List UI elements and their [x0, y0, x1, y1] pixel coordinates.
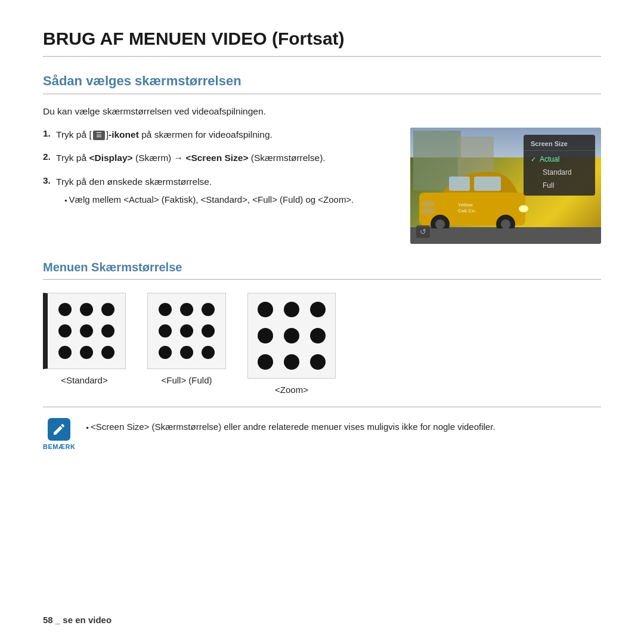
dot-large [284, 328, 299, 343]
note-text: <Screen Size> (Skærmstørrelse) eller and… [86, 418, 495, 434]
dot [180, 324, 193, 338]
dot-grid-zoom [247, 293, 336, 379]
back-arrow: ↺ [416, 225, 430, 238]
svg-rect-8 [422, 202, 434, 206]
menu-icon: ☰ [93, 131, 105, 140]
steps-and-image-section: 1. Tryk på [☰]-ikonet på skærmen for vid… [43, 128, 601, 244]
step-1: 1. Tryk på [☰]-ikonet på skærmen for vid… [43, 128, 392, 141]
step-1-content: Tryk på [☰]-ikonet på skærmen for videoa… [56, 128, 273, 141]
screen-size-menu-overlay: Screen Size ✓ Actual Standard Full [524, 135, 595, 196]
pencil-icon [52, 422, 66, 436]
step-3: 3. Tryk på den ønskede skærmstørrelse. V… [43, 175, 392, 207]
car-background: Yellow Cab Co. Screen Size ✓ Actual Stan… [410, 128, 601, 244]
dot-large [310, 302, 326, 317]
dot [80, 303, 93, 316]
page: BRUG AF MENUEN VIDEO (Fortsat) Sådan væl… [0, 0, 644, 644]
menu-item-actual: ✓ Actual [524, 153, 595, 166]
dot-large [258, 354, 273, 370]
note-section: BEMÆRK <Screen Size> (Skærmstørrelse) el… [43, 407, 601, 450]
diagram-zoom: <Zoom> [247, 293, 336, 395]
dot [159, 346, 172, 359]
note-icon-area: BEMÆRK [43, 418, 75, 450]
menu-item-full: Full [524, 179, 595, 192]
steps-list: 1. Tryk på [☰]-ikonet på skærmen for vid… [43, 128, 392, 216]
dot [58, 324, 72, 338]
sub-heading-1: Sådan vælges skærmstørrelsen [43, 73, 601, 94]
diagram-standard: <Standard> [43, 293, 126, 385]
dot [58, 346, 72, 359]
svg-rect-1 [449, 177, 470, 191]
dot-large [310, 328, 326, 343]
step-2: 2. Tryk på <Display> (Skærm) → <Screen S… [43, 151, 392, 165]
dot [202, 346, 215, 359]
sub-heading-2: Menuen Skærmstørrelse [43, 261, 601, 280]
dot-large [284, 302, 299, 317]
menu-item-standard: Standard [524, 166, 595, 179]
dot [180, 346, 193, 359]
step-2-number: 2. [43, 151, 56, 162]
dot-grid-full [147, 293, 226, 369]
dot-large [310, 354, 326, 370]
svg-rect-2 [474, 177, 501, 191]
dot-grid-zoom-container [247, 293, 336, 379]
diagram-full: <Full> (Fuld) [147, 293, 226, 385]
checkmark-icon: ✓ [531, 156, 536, 163]
svg-text:Yellow: Yellow [458, 202, 473, 208]
dot-grid-standard-container [43, 293, 126, 369]
svg-rect-9 [422, 209, 434, 213]
diagram-zoom-label: <Zoom> [275, 385, 308, 395]
step-3-content: Tryk på den ønskede skærmstørrelse. [56, 177, 212, 187]
note-icon-image [48, 418, 70, 441]
dot [180, 303, 193, 316]
note-icon-label: BEMÆRK [43, 443, 75, 450]
dot-large [284, 354, 299, 370]
main-heading: BRUG AF MENUEN VIDEO (Fortsat) [43, 29, 601, 57]
step-3-number: 3. [43, 175, 56, 186]
dot [202, 303, 215, 316]
dot [58, 303, 72, 316]
screenshot-box: Yellow Cab Co. Screen Size ✓ Actual Stan… [410, 128, 601, 244]
menu-overlay-title: Screen Size [524, 138, 595, 151]
dot [159, 303, 172, 316]
step-1-number: 1. [43, 128, 56, 139]
diagram-standard-label: <Standard> [61, 375, 107, 385]
step-3-content-wrapper: Tryk på den ønskede skærmstørrelse. Vælg… [56, 175, 354, 207]
dot [101, 324, 114, 338]
step-2-content: Tryk på <Display> (Skærm) → <Screen Size… [56, 151, 326, 165]
dot-large [258, 328, 273, 343]
page-footer: 58 _ se en video [43, 615, 112, 625]
dot [202, 324, 215, 338]
intro-paragraph: Du kan vælge skærmstørrelsen ved videoaf… [43, 106, 601, 117]
dot [80, 346, 93, 359]
dot [101, 346, 114, 359]
svg-point-7 [519, 205, 528, 212]
step-3-subbullet: Vælg mellem <Actual> (Faktisk), <Standar… [56, 193, 354, 207]
dot-grid-full-container [147, 293, 226, 369]
dot [80, 324, 93, 338]
svg-text:Cab Co.: Cab Co. [458, 208, 476, 213]
dot [101, 303, 114, 316]
diagram-full-label: <Full> (Fuld) [161, 375, 212, 385]
car-svg: Yellow Cab Co. [413, 166, 532, 228]
diagrams-row: <Standard> <Full> (Fuld) [43, 293, 601, 395]
dot-grid-standard [43, 293, 126, 369]
dot-large [258, 302, 273, 317]
dot [159, 324, 172, 338]
road [410, 227, 601, 244]
